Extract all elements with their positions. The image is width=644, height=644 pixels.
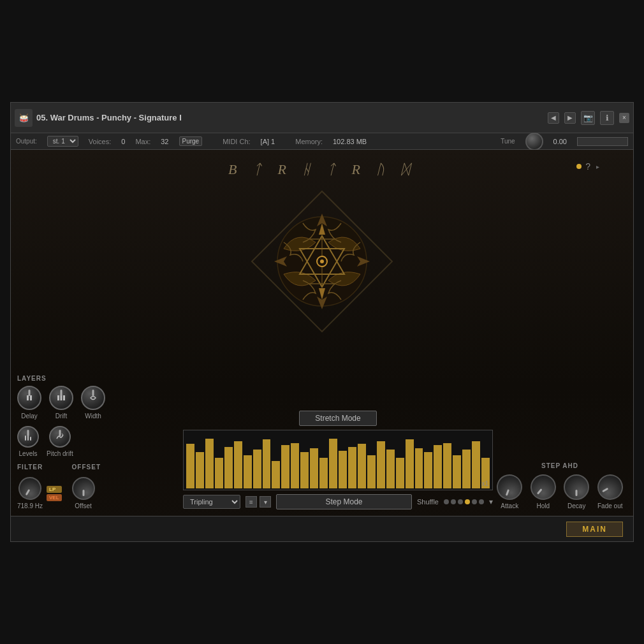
midi-value: [A] 1 (261, 138, 275, 145)
top-bar-row2: Output: st. 1 Voices: 0 Max: 32 Purge MI… (11, 133, 633, 150)
fade-out-label: Fade out (597, 502, 622, 509)
seq-icon1[interactable]: ≡ (245, 496, 257, 508)
delay-knob-item: Delay (17, 386, 41, 420)
shuffle-dot-4[interactable] (465, 499, 470, 504)
brand-name: B ᛏ R ᚺ ᛏ R ᚢ ᛞ (228, 161, 416, 177)
filter-col: FILTER 718.9 Hz LP VEL (17, 464, 62, 509)
delay-knob[interactable] (17, 386, 41, 410)
filter-freq-knob[interactable] (14, 472, 45, 504)
fade-out-knob[interactable] (592, 470, 627, 505)
seq-bar-22[interactable] (396, 458, 404, 488)
seq-bar-13[interactable] (310, 448, 318, 488)
vel-badge[interactable]: VEL (47, 494, 62, 501)
seq-bar-29[interactable] (462, 450, 471, 488)
pitch-drift-label: Pitch drift (47, 450, 73, 457)
top-bar-left: 🥁 05. War Drums - Punchy - Signature I (15, 109, 548, 127)
indicator-dot (576, 164, 582, 169)
prev-button[interactable]: ◀ (548, 112, 559, 124)
instrument-icon: 🥁 (15, 109, 33, 127)
shuffle-dot-5[interactable] (472, 499, 477, 504)
memory-value: 102.83 MB (333, 138, 367, 145)
output-select[interactable]: st. 1 (47, 136, 78, 147)
tune-slider[interactable] (577, 137, 628, 146)
delay-label: Delay (21, 413, 38, 420)
stretch-mode-button[interactable]: Stretch Mode (299, 411, 376, 426)
seq-bar-16[interactable] (339, 451, 347, 488)
seq-icon2[interactable]: ▾ (260, 496, 271, 508)
seq-bar-9[interactable] (272, 461, 280, 489)
purge-button[interactable]: Purge (179, 136, 203, 146)
pitch-drift-knob[interactable] (49, 426, 71, 448)
seq-bar-27[interactable] (443, 443, 451, 488)
expand-button[interactable]: ▸ (594, 163, 601, 170)
info-button[interactable]: ℹ (600, 111, 614, 125)
seq-bar-5[interactable] (234, 441, 242, 488)
seq-bar-0[interactable] (186, 444, 194, 488)
filter-offset-section: FILTER 718.9 Hz LP VEL (17, 464, 183, 509)
seq-bar-1[interactable] (196, 452, 204, 488)
seq-bar-30[interactable] (472, 441, 480, 488)
seq-bar-28[interactable] (453, 455, 461, 488)
shuffle-dot-6[interactable] (479, 499, 484, 504)
seq-bar-10[interactable] (281, 445, 289, 488)
voices-label: Voices: (89, 138, 111, 145)
layers-section: LAYERS Delay (17, 375, 183, 457)
seq-bar-24[interactable] (415, 448, 423, 488)
memory-label: Memory: (295, 138, 323, 145)
main-tab-button[interactable]: MAIN (566, 522, 623, 537)
seq-bar-21[interactable] (386, 450, 395, 488)
svg-rect-10 (30, 395, 32, 400)
levels-knob-item: Levels (17, 426, 39, 457)
tripling-select[interactable]: Tripling (183, 495, 240, 509)
seq-bar-2[interactable] (205, 439, 214, 488)
close-button[interactable]: × (619, 113, 629, 123)
seq-bar-15[interactable] (329, 439, 337, 488)
seq-bar-19[interactable] (367, 455, 376, 488)
seq-bar-26[interactable] (434, 445, 442, 488)
tune-knob[interactable] (525, 133, 543, 150)
seq-bar-3[interactable] (215, 458, 223, 488)
offset-knob[interactable] (72, 477, 95, 500)
top-bar-controls: ◀ ▶ 📷 ℹ × (548, 111, 629, 125)
svg-rect-13 (63, 395, 65, 400)
shuffle-dot-2[interactable] (451, 499, 456, 504)
width-label: Width (85, 413, 101, 420)
seq-bar-11[interactable] (291, 443, 299, 488)
hold-knob[interactable] (525, 469, 561, 505)
seq-bar-20[interactable] (377, 441, 385, 488)
max-value: 32 (161, 138, 168, 145)
drift-knob[interactable] (49, 386, 73, 410)
shuffle-dot-3[interactable] (458, 499, 463, 504)
next-button[interactable]: ▶ (564, 112, 576, 124)
seq-bar-17[interactable] (348, 447, 356, 488)
shuffle-dot-1[interactable] (444, 499, 449, 504)
seq-bar-23[interactable] (406, 439, 414, 488)
levels-knob[interactable] (17, 426, 39, 448)
sequencer-container: x1 (183, 430, 493, 490)
svg-rect-11 (57, 395, 59, 400)
hold-knob-item: Hold (531, 474, 556, 509)
outer-container: 🥁 05. War Drums - Punchy - Signature I ◀… (0, 0, 644, 644)
seq-bar-25[interactable] (424, 452, 432, 488)
drift-label: Drift (55, 413, 67, 420)
svg-rect-12 (61, 395, 62, 400)
seq-bar-14[interactable] (319, 458, 328, 488)
camera-button[interactable]: 📷 (581, 111, 595, 125)
offset-label: Offset (75, 502, 92, 509)
seq-bar-8[interactable] (263, 439, 271, 488)
decay-knob[interactable] (564, 474, 589, 500)
help-button[interactable]: ? (585, 161, 590, 172)
badge-group: LP VEL (47, 486, 62, 501)
seq-bar-4[interactable] (224, 447, 233, 488)
seq-bar-12[interactable] (300, 452, 309, 488)
pitch-drift-knob-item: Pitch drift (47, 426, 73, 457)
seq-bar-6[interactable] (244, 455, 252, 488)
layers-section-label: LAYERS (17, 375, 183, 382)
width-knob[interactable] (81, 386, 105, 410)
seq-bar-7[interactable] (253, 450, 261, 488)
runic-logo (245, 185, 399, 340)
seq-bar-18[interactable] (358, 444, 366, 488)
attack-knob[interactable] (494, 471, 526, 503)
lp-badge[interactable]: LP (47, 486, 62, 493)
step-mode-button[interactable]: Step Mode (276, 494, 412, 509)
